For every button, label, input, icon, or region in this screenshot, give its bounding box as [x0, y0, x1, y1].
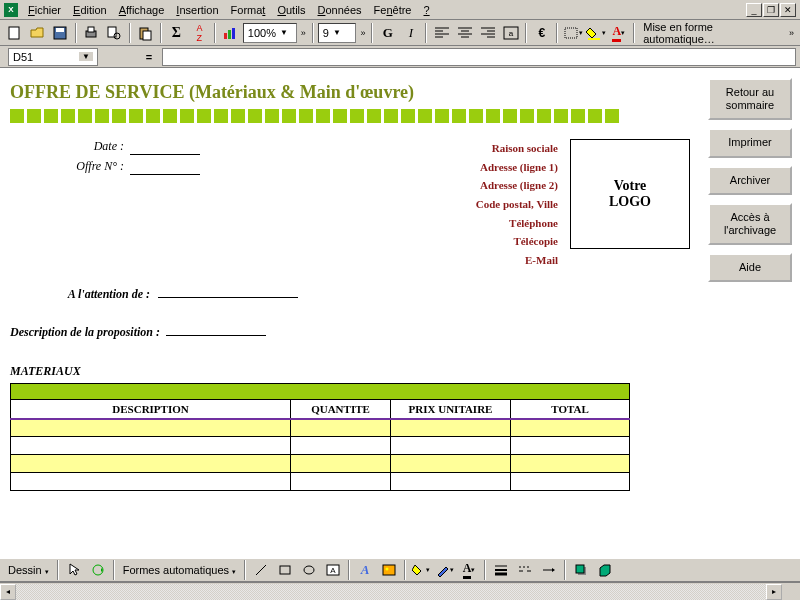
draw-menu[interactable]: Dessin ▾: [4, 564, 53, 576]
cell[interactable]: [291, 437, 391, 455]
desc-field[interactable]: [166, 322, 266, 336]
drawing-toolbar: Dessin ▾ Formes automatiques ▾ A A ▾ ▾ A…: [0, 558, 800, 582]
print-button[interactable]: Imprimer: [708, 128, 792, 157]
scroll-right-icon[interactable]: ▸: [766, 584, 782, 600]
formula-input[interactable]: [162, 48, 796, 66]
cell-reference[interactable]: D51▼: [8, 48, 98, 66]
zoom-combo[interactable]: 100%▼: [243, 23, 297, 43]
open-icon[interactable]: [27, 22, 48, 44]
line-icon[interactable]: [250, 559, 272, 581]
help-button[interactable]: Aide: [708, 253, 792, 282]
menu-data[interactable]: Données: [312, 2, 368, 18]
currency-icon[interactable]: €: [531, 22, 552, 44]
col-total: TOTAL: [511, 399, 630, 419]
preview-icon[interactable]: [104, 22, 125, 44]
menu-edit[interactable]: Edition: [67, 2, 113, 18]
spreadsheet-area[interactable]: OFFRE DE SERVICE (Matériaux & Main d'œuv…: [0, 68, 700, 558]
chevron-down-icon: ▼: [280, 28, 288, 37]
maximize-button[interactable]: ❐: [763, 3, 779, 17]
logo-placeholder: Votre LOGO: [570, 139, 690, 249]
autoshapes-menu[interactable]: Formes automatiques ▾: [119, 564, 240, 576]
scroll-left-icon[interactable]: ◂: [0, 584, 16, 600]
access-archive-button[interactable]: Accès à l'archivage: [708, 203, 792, 245]
toolbar-expand[interactable]: »: [299, 28, 308, 38]
sort-icon[interactable]: AZ: [189, 22, 210, 44]
cell[interactable]: [511, 437, 630, 455]
menu-window[interactable]: Fenêtre: [368, 2, 418, 18]
attention-field[interactable]: [158, 284, 298, 298]
dashstyle-icon[interactable]: [514, 559, 536, 581]
back-button[interactable]: Retour au sommaire: [708, 78, 792, 120]
cell[interactable]: [391, 473, 511, 491]
cell[interactable]: [511, 473, 630, 491]
select-icon[interactable]: [63, 559, 85, 581]
bold-icon[interactable]: G: [377, 22, 398, 44]
cell[interactable]: [291, 455, 391, 473]
draw-label: Dessin: [8, 564, 42, 576]
borders-icon[interactable]: ▾: [562, 22, 583, 44]
menu-file[interactable]: Fichier: [22, 2, 67, 18]
arrowstyle-icon[interactable]: [538, 559, 560, 581]
3d-icon[interactable]: [594, 559, 616, 581]
menu-format[interactable]: Format: [225, 2, 272, 18]
svg-point-35: [386, 568, 389, 571]
cell[interactable]: [391, 419, 511, 437]
close-button[interactable]: ✕: [780, 3, 796, 17]
decorative-bar: [10, 109, 690, 123]
clipart-icon[interactable]: [378, 559, 400, 581]
italic-icon[interactable]: I: [400, 22, 421, 44]
align-left-icon[interactable]: [431, 22, 452, 44]
cell[interactable]: [11, 473, 291, 491]
fontsize-combo[interactable]: 9▼: [318, 23, 357, 43]
textbox-icon[interactable]: A: [322, 559, 344, 581]
fontcolor-icon[interactable]: A▾: [608, 22, 629, 44]
linecolor-icon[interactable]: ▾: [434, 559, 456, 581]
wordart-icon[interactable]: A: [354, 559, 376, 581]
menu-help[interactable]: ?: [418, 2, 436, 18]
svg-rect-0: [9, 27, 19, 39]
save-icon[interactable]: [50, 22, 71, 44]
toolbar-expand-2[interactable]: »: [358, 28, 367, 38]
cell[interactable]: [391, 437, 511, 455]
date-field[interactable]: [130, 139, 200, 155]
cell[interactable]: [511, 419, 630, 437]
horizontal-scrollbar[interactable]: ◂ ▸: [0, 582, 800, 600]
cell[interactable]: [11, 419, 291, 437]
align-center-icon[interactable]: [454, 22, 475, 44]
minimize-button[interactable]: _: [746, 3, 762, 17]
autoformat-button[interactable]: Mise en forme automatique…: [639, 21, 785, 45]
lineweight-icon[interactable]: [490, 559, 512, 581]
toolbar-expand-3[interactable]: »: [787, 28, 796, 38]
col-unitprice: PRIX UNITAIRE: [391, 399, 511, 419]
menu-tools[interactable]: Outils: [271, 2, 311, 18]
doc-title: OFFRE DE SERVICE (Matériaux & Main d'œuv…: [10, 82, 690, 103]
new-icon[interactable]: [4, 22, 25, 44]
rect-icon[interactable]: [274, 559, 296, 581]
fill-icon[interactable]: ▾: [410, 559, 432, 581]
chart-icon[interactable]: [220, 22, 241, 44]
oval-icon[interactable]: [298, 559, 320, 581]
cell[interactable]: [11, 437, 291, 455]
cell[interactable]: [291, 419, 391, 437]
cell[interactable]: [291, 473, 391, 491]
svg-rect-2: [56, 28, 64, 32]
standard-toolbar: Σ AZ 100%▼ » 9▼ » G I a € ▾ ▾ A▾ Mise en…: [0, 20, 800, 46]
fontcolor2-icon[interactable]: A▾: [458, 559, 480, 581]
align-right-icon[interactable]: [477, 22, 498, 44]
cell[interactable]: [391, 455, 511, 473]
archive-button[interactable]: Archiver: [708, 166, 792, 195]
fillcolor-icon[interactable]: ▾: [585, 22, 606, 44]
cell[interactable]: [11, 455, 291, 473]
menu-view[interactable]: Affichage: [113, 2, 171, 18]
merge-icon[interactable]: a: [500, 22, 521, 44]
paste-icon[interactable]: [135, 22, 156, 44]
svg-rect-27: [588, 38, 600, 40]
rotate-icon[interactable]: [87, 559, 109, 581]
cell[interactable]: [511, 455, 630, 473]
print-icon[interactable]: [81, 22, 102, 44]
shadow-icon[interactable]: [570, 559, 592, 581]
sum-icon[interactable]: Σ: [166, 22, 187, 44]
offer-field[interactable]: [130, 159, 200, 175]
fx-button[interactable]: =: [138, 48, 160, 66]
menu-insert[interactable]: Insertion: [170, 2, 224, 18]
